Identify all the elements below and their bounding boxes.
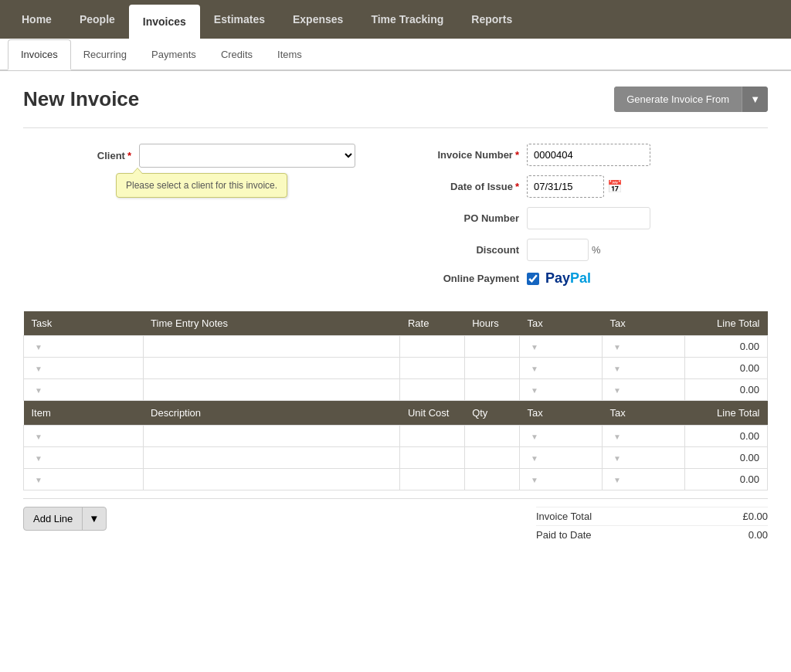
add-line-button[interactable]: Add Line ▼ — [23, 507, 107, 531]
item-tax2-chevron[interactable]: ▼ — [610, 476, 621, 484]
nav-estimates[interactable]: Estimates — [200, 0, 279, 39]
task-cell: ▼ — [24, 358, 144, 379]
client-tooltip: Please select a client for this invoice. — [116, 173, 287, 198]
generate-invoice-button[interactable]: Generate Invoice From ▼ — [614, 87, 768, 112]
task-rate-cell[interactable] — [400, 358, 464, 379]
nav-expenses[interactable]: Expenses — [279, 0, 357, 39]
item-tax1-chevron[interactable]: ▼ — [528, 433, 538, 441]
po-number-row: PO Number — [411, 207, 768, 229]
add-line-label: Add Line — [24, 507, 82, 530]
paypal-checkbox[interactable] — [527, 273, 539, 285]
task-chevron[interactable]: ▼ — [32, 365, 42, 373]
item-cell: ▼ — [24, 447, 144, 469]
nav-time-tracking[interactable]: Time Tracking — [357, 0, 457, 39]
tax2-chevron[interactable]: ▼ — [610, 365, 621, 373]
task-hours-cell[interactable] — [464, 379, 519, 401]
item-desc-cell[interactable] — [143, 469, 400, 490]
task-rate-cell[interactable] — [400, 379, 464, 401]
task-row: ▼ ▼ ▼ 0.00 — [24, 336, 768, 358]
paid-to-date-row: Paid to Date 0.00 — [536, 525, 768, 544]
item-linetotal-col-header: Line Total — [684, 401, 767, 426]
discount-row: Discount % — [411, 239, 768, 261]
subnav-payments[interactable]: Payments — [139, 39, 209, 70]
item-row: ▼ ▼ ▼ 0.00 — [24, 426, 768, 447]
item-tax1-cell: ▼ — [519, 426, 602, 447]
task-hours-cell[interactable] — [464, 336, 519, 358]
online-payment-row: Online Payment PayPal — [411, 270, 768, 287]
tax2-chevron[interactable]: ▼ — [610, 343, 621, 351]
totals-section: Invoice Total £0.00 Paid to Date 0.00 — [536, 507, 768, 544]
date-of-issue-row: Date of Issue* 📅 — [411, 175, 768, 198]
page-content: New Invoice Generate Invoice From ▼ Clie… — [0, 71, 791, 559]
task-chevron[interactable]: ▼ — [32, 343, 42, 351]
invoice-number-input[interactable] — [527, 144, 650, 166]
client-row: Client* Please select a client for this … — [23, 144, 380, 168]
task-hours-cell[interactable] — [464, 358, 519, 379]
item-tax2-chevron[interactable]: ▼ — [610, 433, 621, 441]
invoice-total-label: Invoice Total — [536, 511, 607, 522]
tax1-chevron[interactable]: ▼ — [528, 365, 538, 373]
item-desc-cell[interactable] — [143, 447, 400, 469]
item-unitcost-col-header: Unit Cost — [400, 401, 464, 426]
task-rate-cell[interactable] — [400, 336, 464, 358]
item-tax1-chevron[interactable]: ▼ — [528, 476, 538, 484]
nav-home[interactable]: Home — [8, 0, 66, 39]
item-chevron[interactable]: ▼ — [32, 476, 42, 484]
date-of-issue-input[interactable] — [527, 175, 604, 198]
discount-input[interactable] — [527, 239, 589, 261]
tax1-chevron[interactable]: ▼ — [528, 386, 538, 395]
item-tax2-col-header: Tax — [602, 401, 684, 426]
nav-reports[interactable]: Reports — [457, 0, 526, 39]
item-desc-cell[interactable] — [143, 426, 400, 447]
task-chevron[interactable]: ▼ — [32, 386, 42, 395]
subnav-invoices[interactable]: Invoices — [8, 39, 71, 70]
item-tax1-chevron[interactable]: ▼ — [528, 454, 538, 463]
task-cell: ▼ — [24, 336, 144, 358]
task-notes-col-header: Time Entry Notes — [143, 311, 400, 336]
item-total-cell: 0.00 — [684, 447, 767, 469]
subnav-items[interactable]: Items — [265, 39, 314, 70]
item-unitcost-cell[interactable] — [400, 469, 464, 490]
item-qty-cell[interactable] — [464, 426, 519, 447]
client-select[interactable] — [139, 144, 355, 168]
bottom-section: Add Line ▼ Invoice Total £0.00 Paid to D… — [23, 498, 768, 544]
invoice-total-row: Invoice Total £0.00 — [536, 507, 768, 525]
divider — [23, 127, 768, 128]
task-row: ▼ ▼ ▼ 0.00 — [24, 358, 768, 379]
tax2-chevron[interactable]: ▼ — [610, 386, 621, 395]
item-unitcost-cell[interactable] — [400, 447, 464, 469]
item-desc-col-header: Description — [143, 401, 400, 426]
nav-invoices[interactable]: Invoices — [129, 5, 200, 39]
item-tax2-chevron[interactable]: ▼ — [610, 454, 621, 463]
item-tax1-cell: ▼ — [519, 447, 602, 469]
discount-wrap: % — [527, 239, 601, 261]
discount-label: Discount — [411, 244, 519, 256]
paypal-logo: PayPal — [545, 270, 591, 287]
form-right: Invoice Number* Date of Issue* 📅 PO Numb… — [411, 144, 768, 296]
tax1-chevron[interactable]: ▼ — [528, 343, 538, 351]
form-section: Client* Please select a client for this … — [23, 144, 768, 296]
item-unitcost-cell[interactable] — [400, 426, 464, 447]
item-qty-cell[interactable] — [464, 469, 519, 490]
task-tax1-cell: ▼ — [519, 336, 602, 358]
sub-nav: Invoices Recurring Payments Credits Item… — [0, 39, 791, 71]
item-qty-cell[interactable] — [464, 447, 519, 469]
generate-invoice-dropdown[interactable]: ▼ — [742, 87, 768, 112]
task-notes-cell[interactable] — [143, 358, 400, 379]
task-notes-cell[interactable] — [143, 336, 400, 358]
paid-to-date-label: Paid to Date — [536, 529, 607, 541]
task-notes-cell[interactable] — [143, 379, 400, 401]
calendar-icon[interactable]: 📅 — [607, 179, 623, 194]
item-chevron[interactable]: ▼ — [32, 433, 42, 441]
add-line-dropdown-icon[interactable]: ▼ — [82, 507, 105, 530]
subnav-recurring[interactable]: Recurring — [71, 39, 139, 70]
task-total-cell: 0.00 — [684, 336, 767, 358]
subnav-credits[interactable]: Credits — [209, 39, 265, 70]
paypal-row: PayPal — [527, 270, 591, 287]
item-chevron[interactable]: ▼ — [32, 454, 42, 463]
po-number-input[interactable] — [527, 207, 650, 229]
po-number-label: PO Number — [411, 212, 519, 224]
nav-people[interactable]: People — [66, 0, 129, 39]
task-tax2-cell: ▼ — [602, 358, 684, 379]
item-qty-col-header: Qty — [464, 401, 519, 426]
